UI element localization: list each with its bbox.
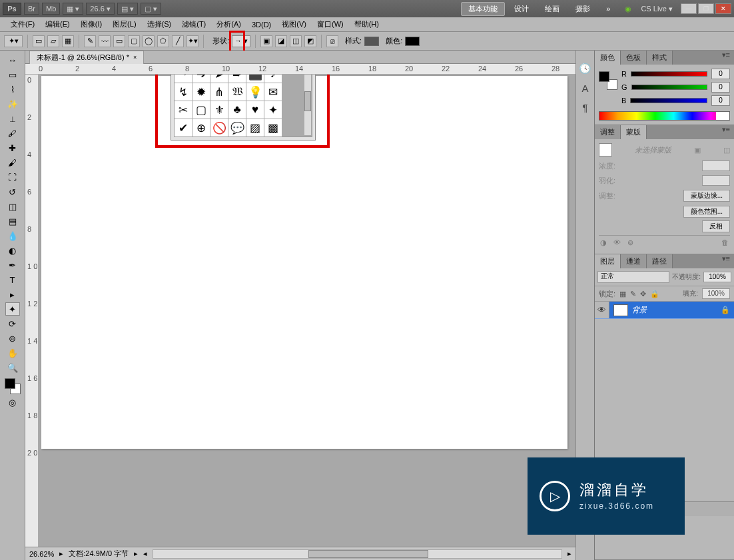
- shape-grass[interactable]: ⋔: [210, 83, 228, 101]
- menu-edit[interactable]: 编辑(E): [40, 17, 75, 31]
- wand-tool[interactable]: ✨: [5, 97, 20, 111]
- blur-tool[interactable]: 💧: [5, 229, 20, 242]
- maximize-button[interactable]: ❐: [698, 3, 714, 14]
- style-swatch[interactable]: [364, 37, 379, 46]
- paths-icon[interactable]: ▱: [47, 35, 59, 47]
- g-slider[interactable]: [631, 85, 707, 90]
- mask-load-icon[interactable]: ◑: [600, 238, 607, 247]
- 3d-tool[interactable]: ⟳: [5, 317, 20, 330]
- shape-hatch[interactable]: ▨: [246, 119, 264, 137]
- lasso-tool[interactable]: ⌇: [5, 83, 20, 96]
- custom-shape-icon[interactable]: ✦▾: [186, 35, 198, 47]
- fill-pixels-icon[interactable]: ▦: [62, 35, 74, 47]
- combine-subtract-icon[interactable]: ◪: [275, 35, 287, 47]
- h-scrollbar[interactable]: [153, 549, 562, 559]
- b-slider[interactable]: [630, 98, 707, 103]
- zoom-level-dropdown[interactable]: 26.6 ▾: [86, 3, 114, 15]
- bridge-button[interactable]: Br: [24, 3, 39, 15]
- minibridge-button[interactable]: Mb: [42, 3, 60, 15]
- menu-view[interactable]: 视图(V): [276, 17, 312, 31]
- workspace-basic[interactable]: 基本功能: [461, 2, 505, 16]
- color-panel-menu-icon[interactable]: ▾≡: [718, 51, 734, 65]
- g-value[interactable]: 0: [711, 82, 730, 93]
- polygon-shape-icon[interactable]: ⬠: [157, 35, 169, 47]
- eraser-tool[interactable]: ◫: [5, 200, 20, 213]
- quickmask-button[interactable]: ◎: [5, 396, 20, 409]
- shape-lightbulb[interactable]: 💡: [246, 83, 264, 101]
- move-tool[interactable]: ↔: [5, 53, 20, 67]
- menu-3d[interactable]: 3D(D): [246, 19, 276, 31]
- zoom-tool[interactable]: 🔍: [5, 361, 20, 374]
- status-docsize[interactable]: 文档:24.9M/0 字节: [69, 549, 129, 559]
- ruler-vertical[interactable]: 0 2 4 6 8 1 0 1 2 1 4 1 6 1 8 2 0: [25, 75, 39, 547]
- line-shape-icon[interactable]: ╱: [172, 35, 184, 47]
- panel-fgbg-swatch[interactable]: [599, 71, 617, 90]
- shape-bold-arrow[interactable]: ➔: [192, 75, 210, 83]
- stamp-tool[interactable]: ⛶: [5, 170, 20, 184]
- color-swatch[interactable]: [405, 37, 420, 46]
- hue-ramp[interactable]: [599, 111, 730, 121]
- mask-invert-button[interactable]: 反相: [702, 220, 730, 232]
- tab-layers[interactable]: 图层: [595, 254, 621, 268]
- layer-thumbnail[interactable]: [613, 304, 628, 316]
- lock-transparency-icon[interactable]: ▦: [619, 290, 626, 298]
- eyedropper-tool[interactable]: 🖋: [5, 127, 20, 140]
- tab-adjustments[interactable]: 调整: [595, 125, 621, 139]
- shape-envelope[interactable]: ✉: [264, 83, 282, 101]
- menu-image[interactable]: 图像(I): [75, 17, 107, 31]
- combine-intersect-icon[interactable]: ◫: [290, 35, 302, 47]
- shape-fleur[interactable]: ⚜: [210, 101, 228, 119]
- mask-colorrange-button[interactable]: 颜色范围...: [683, 206, 730, 218]
- mask-apply-icon[interactable]: ⊚: [627, 238, 633, 247]
- dodge-tool[interactable]: ◐: [5, 244, 20, 257]
- shape-check[interactable]: ✔: [175, 119, 192, 137]
- menu-file[interactable]: 文件(F): [5, 17, 40, 31]
- fgbg-swatch[interactable]: [5, 378, 21, 394]
- shape-club[interactable]: ♣: [228, 101, 246, 119]
- mask-edge-button[interactable]: 蒙版边缘...: [683, 190, 730, 202]
- roundrect-shape-icon[interactable]: ▢: [128, 35, 140, 47]
- tab-masks[interactable]: 蒙版: [621, 125, 647, 139]
- layers-panel-menu-icon[interactable]: ▾≡: [718, 254, 734, 268]
- layer-row[interactable]: 👁 背景 🔒: [595, 302, 734, 319]
- combine-add-icon[interactable]: ▣: [260, 35, 272, 47]
- mask-view-icon[interactable]: 👁: [613, 238, 621, 247]
- menu-help[interactable]: 帮助(H): [349, 17, 384, 31]
- opacity-input[interactable]: 100%: [703, 272, 731, 282]
- workspace-paint[interactable]: 绘画: [538, 3, 566, 15]
- mask-delete-icon[interactable]: 🗑: [721, 238, 729, 247]
- paragraph-icon[interactable]: ¶: [582, 102, 587, 113]
- align-icon[interactable]: ⎚: [326, 35, 338, 47]
- shape-music-note[interactable]: ♪: [264, 75, 282, 83]
- shape-heart[interactable]: ♥: [246, 101, 264, 119]
- layer-visibility-icon[interactable]: 👁: [595, 302, 609, 318]
- document-tab[interactable]: 未标题-1 @ 26.6%(RGB/8) * ×: [29, 51, 144, 64]
- workspace-design[interactable]: 设计: [508, 3, 536, 15]
- shape-target[interactable]: ⊕: [192, 119, 210, 137]
- b-value[interactable]: 0: [711, 95, 730, 106]
- shape-prohibit[interactable]: 🚫: [210, 119, 228, 137]
- blend-mode-select[interactable]: 正常: [597, 271, 669, 283]
- workspace-more[interactable]: »: [599, 3, 617, 14]
- close-tab-icon[interactable]: ×: [133, 54, 137, 61]
- pen-tool[interactable]: ✒: [5, 258, 20, 272]
- pen-icon[interactable]: ✎: [84, 35, 96, 47]
- character-icon[interactable]: A: [581, 83, 588, 94]
- mask-panel-menu-icon[interactable]: ▾≡: [718, 125, 734, 139]
- r-value[interactable]: 0: [711, 69, 730, 79]
- rect-shape-icon[interactable]: ▭: [113, 35, 125, 47]
- shape-dropdown[interactable]: → ▾: [232, 35, 250, 47]
- combine-exclude-icon[interactable]: ◩: [304, 35, 316, 47]
- current-tool-icon[interactable]: ✦▾: [4, 35, 23, 47]
- shape-thin-arrow[interactable]: →: [175, 75, 192, 83]
- brush-tool[interactable]: 🖌: [5, 156, 20, 169]
- menu-analysis[interactable]: 分析(A): [211, 17, 246, 31]
- tab-color[interactable]: 颜色: [595, 51, 621, 65]
- lock-all-icon[interactable]: 🔒: [650, 290, 659, 298]
- ruler-horizontal[interactable]: 0 2 4 6 8 10 12 14 16 18 20 22 24 26 28: [25, 64, 575, 75]
- type-tool[interactable]: T: [5, 273, 20, 286]
- lock-position-icon[interactable]: ✥: [640, 290, 646, 298]
- crop-tool[interactable]: ⟂: [5, 112, 20, 125]
- shape-lightning[interactable]: ↯: [175, 83, 192, 101]
- view-mode1-button[interactable]: ▤ ▾: [117, 3, 138, 15]
